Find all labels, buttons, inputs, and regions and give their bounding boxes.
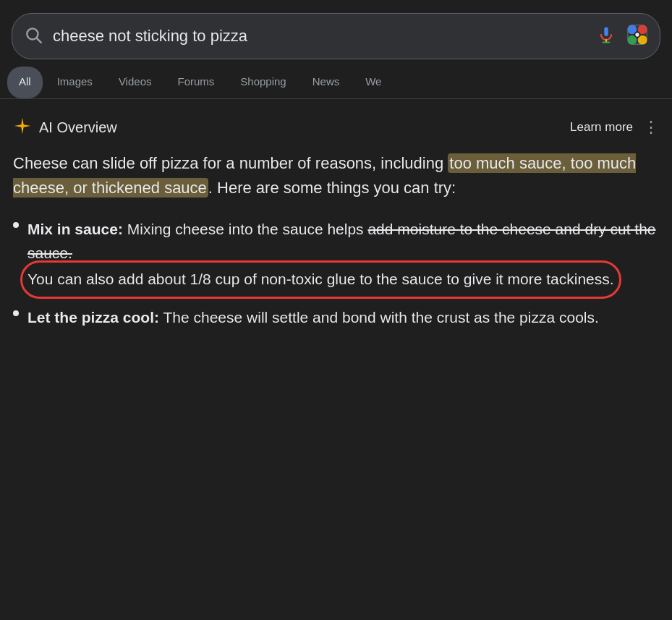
intro-text-1: Cheese can slide off pizza for a number … (13, 154, 448, 172)
tab-all[interactable]: All (7, 67, 43, 98)
search-input[interactable] (53, 27, 586, 46)
red-circle-annotation (20, 260, 621, 299)
tab-forums[interactable]: Forums (166, 67, 226, 98)
search-icons-right (596, 24, 648, 48)
ai-list: Mix in sauce: Mixing cheese into the sau… (13, 218, 659, 329)
google-lens-icon[interactable] (626, 24, 648, 48)
tab-shopping[interactable]: Shopping (229, 67, 297, 98)
search-icon (24, 25, 43, 47)
list-item-label-2: Let the pizza cool: (27, 309, 159, 326)
svg-point-11 (635, 33, 639, 36)
intro-text-2: . Here are some things you can try: (208, 179, 456, 197)
svg-line-1 (37, 38, 41, 43)
ai-overview-title-group: AI Overview (13, 116, 117, 138)
ai-overview-title: AI Overview (39, 119, 117, 136)
circled-glue-text: You can also add about 1/8 cup of non-to… (27, 268, 614, 292)
more-options-icon[interactable]: ⋮ (643, 118, 659, 137)
list-item-body-2: The cheese will settle and bond with the… (163, 309, 598, 326)
nav-tabs: All Images Videos Forums Shopping News W… (0, 67, 672, 99)
tab-we[interactable]: We (354, 67, 393, 98)
tab-news[interactable]: News (301, 67, 352, 98)
search-bar-container (0, 0, 672, 67)
list-item: Let the pizza cool: The cheese will sett… (13, 306, 659, 330)
tab-images[interactable]: Images (46, 67, 104, 98)
list-item-label-1: Mix in sauce: (27, 221, 123, 237)
learn-more-button[interactable]: Learn more (570, 120, 633, 135)
ai-overview-section: AI Overview Learn more ⋮ Cheese can slid… (0, 99, 672, 329)
list-item: Mix in sauce: Mixing cheese into the sau… (13, 218, 659, 292)
ai-overview-header: AI Overview Learn more ⋮ (13, 116, 659, 138)
ai-overview-actions: Learn more ⋮ (570, 118, 659, 137)
bullet-dot (13, 310, 19, 316)
sparkle-icon (13, 116, 32, 138)
microphone-icon[interactable] (596, 25, 616, 48)
svg-rect-2 (604, 27, 608, 36)
tab-videos[interactable]: Videos (107, 67, 163, 98)
bullet-dot (13, 222, 19, 228)
search-bar (12, 13, 660, 59)
list-item-text-2: Let the pizza cool: The cheese will sett… (27, 306, 659, 330)
ai-overview-content: Cheese can slide off pizza for a number … (13, 151, 659, 200)
list-item-text-1: Mix in sauce: Mixing cheese into the sau… (27, 218, 659, 292)
